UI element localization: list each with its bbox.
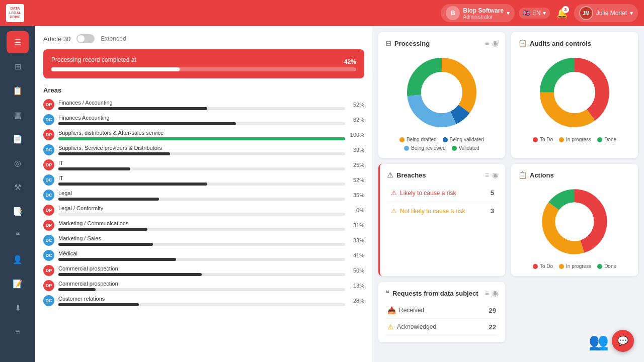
breach-risk-label: Likely to cause a risk xyxy=(400,190,456,197)
area-avatar: DC xyxy=(43,295,54,306)
area-name: Commercial prospection xyxy=(58,281,345,287)
area-avatar: DC xyxy=(43,144,54,155)
company-selector[interactable]: B Blop Software Administrator ▾ xyxy=(441,4,515,22)
sidebar-item-download[interactable]: ⬇ xyxy=(7,297,29,319)
area-info: Finances Accounting xyxy=(58,115,345,125)
sidebar-item-quote[interactable]: ❝ xyxy=(7,224,29,246)
area-row: DP Finances / Accounting 52% xyxy=(43,99,364,110)
chevron-down-icon: ▾ xyxy=(507,10,510,17)
area-row: DC Customer relations 28% xyxy=(43,295,364,306)
sidebar-item-tool[interactable]: ⚒ xyxy=(7,176,29,198)
processing-header: ⊟ Processing ≡ ◉ xyxy=(385,39,498,47)
progress-bar: 42% xyxy=(51,67,356,71)
user-menu[interactable]: JM Julie Morlet ▾ xyxy=(574,4,638,22)
area-avatar: DP xyxy=(43,159,54,170)
area-info: Commercial prospection xyxy=(58,265,345,276)
areas-title: Areas xyxy=(43,86,364,94)
area-avatar: DP xyxy=(43,265,54,276)
extended-label: Extended xyxy=(101,35,126,42)
ack-icon: ⚠ xyxy=(387,323,394,331)
requests-title: Requests from data subject xyxy=(392,290,478,297)
article-toggle[interactable] xyxy=(76,34,95,43)
requests-widget: ❝ Requests from data subject ≡ ◉ 📥 Recei… xyxy=(378,282,505,342)
topnav-right: B Blop Software Administrator ▾ 🇬🇧 EN ▾ … xyxy=(441,4,638,22)
sidebar-item-file2[interactable]: 📝 xyxy=(7,273,29,295)
area-avatar: DP xyxy=(43,220,54,231)
area-bar-bg xyxy=(58,137,345,140)
area-bar-bg xyxy=(58,288,345,291)
area-info: IT xyxy=(58,160,345,170)
area-percent: 52% xyxy=(349,177,364,183)
breach-no-risk-label: Not likely to cause a risk xyxy=(400,208,465,215)
logo-box: DATA LEGAL DRIVE xyxy=(6,4,24,22)
sidebar-item-person[interactable]: 👤 xyxy=(7,248,29,270)
sidebar-item-list[interactable]: ≡ xyxy=(7,321,29,343)
req-received-text: Received xyxy=(399,307,424,314)
area-percent: 28% xyxy=(349,298,364,304)
req-acknowledged-label: ⚠ Acknowledged xyxy=(387,323,436,331)
sidebar-item-doc[interactable]: 📑 xyxy=(7,200,29,222)
area-bar-fill xyxy=(58,137,345,140)
req-row-acknowledged[interactable]: ⚠ Acknowledged 22 xyxy=(385,319,498,335)
area-name: Legal xyxy=(58,190,345,196)
sidebar-item-target[interactable]: ◎ xyxy=(7,152,29,174)
area-percent: 62% xyxy=(349,117,364,123)
company-role: Administrator xyxy=(463,14,504,20)
area-row: DP Suppliers, distributors & After-sales… xyxy=(43,129,364,140)
actions-header: 📋 Actions xyxy=(518,171,631,179)
area-name: Customer relations xyxy=(58,296,345,302)
requests-chart-icon[interactable]: ◉ xyxy=(492,289,498,297)
area-info: Suppliers, Service providers & Distribut… xyxy=(58,145,345,155)
area-bar-bg xyxy=(58,152,345,155)
breach-label-risk: ⚠ Likely to cause a risk xyxy=(391,189,456,197)
breach-row-no-risk[interactable]: ⚠ Not likely to cause a risk 3 xyxy=(387,202,498,220)
processing-donut-container: Being drafted Being validated Being revi… xyxy=(385,52,498,151)
lang-label: EN xyxy=(532,10,541,17)
chat-fab[interactable]: 💬 xyxy=(612,330,634,352)
sidebar-item-menu[interactable]: ☰ xyxy=(7,31,29,53)
area-name: Finances / Accounting xyxy=(58,100,345,106)
breaches-chart-icon[interactable]: ◉ xyxy=(492,171,498,179)
sidebar-item-file[interactable]: 📄 xyxy=(7,128,29,150)
progress-title: Processing record completed at xyxy=(51,56,356,63)
area-bar-fill xyxy=(58,198,159,201)
requests-actions: ≡ ◉ xyxy=(485,289,498,297)
sidebar-item-grid[interactable]: ⊞ xyxy=(7,55,29,77)
legend-being-drafted: Being drafted xyxy=(399,137,437,142)
area-row: DP Commercial prospection 13% xyxy=(43,280,364,291)
language-selector[interactable]: 🇬🇧 EN ▾ xyxy=(519,8,550,19)
area-row: DC IT 52% xyxy=(43,174,364,186)
area-percent: 41% xyxy=(349,252,364,258)
area-row: DP IT 25% xyxy=(43,159,364,170)
sidebar-item-calendar[interactable]: 📋 xyxy=(7,79,29,102)
area-row: DP Commercial prospection 50% xyxy=(43,265,364,276)
req-row-received[interactable]: 📥 Received 29 xyxy=(385,302,498,319)
area-name: Marketing / Communications xyxy=(58,220,345,226)
breach-no-risk-count: 3 xyxy=(491,207,494,215)
app-logo[interactable]: DATA LEGAL DRIVE xyxy=(6,4,24,22)
requests-list-icon[interactable]: ≡ xyxy=(485,289,489,297)
area-name: Médical xyxy=(58,250,345,256)
area-info: IT xyxy=(58,175,345,186)
svg-point-12 xyxy=(555,203,594,241)
legend-actions-todo: To Do xyxy=(533,263,553,269)
chart-view-icon[interactable]: ◉ xyxy=(492,39,498,47)
audits-header: 📋 Audits and controls xyxy=(518,39,631,47)
notifications-bell[interactable]: 🔔 3 xyxy=(554,5,570,21)
legend-inprogress-label: In progress xyxy=(566,137,591,142)
area-bar-fill xyxy=(58,122,236,125)
audits-title-row: 📋 Audits and controls xyxy=(518,39,591,47)
breaches-list-icon[interactable]: ≡ xyxy=(485,171,489,179)
svg-point-4 xyxy=(421,72,462,113)
processing-widget: ⊟ Processing ≡ ◉ xyxy=(378,32,505,158)
sidebar-item-table[interactable]: ▦ xyxy=(7,104,29,126)
actions-widget: 📋 Actions To Do xyxy=(511,164,638,276)
breach-row-risk[interactable]: ⚠ Likely to cause a risk 5 xyxy=(387,184,498,202)
article-header: Article 30 Extended xyxy=(43,34,364,43)
legend-being-reviewed-label: Being reviewed xyxy=(411,145,445,151)
area-name: Commercial prospection xyxy=(58,265,345,272)
area-bar-bg xyxy=(58,228,345,231)
audits-donut-chart xyxy=(534,52,615,133)
list-view-icon[interactable]: ≡ xyxy=(485,39,489,47)
area-bar-bg xyxy=(58,243,345,246)
